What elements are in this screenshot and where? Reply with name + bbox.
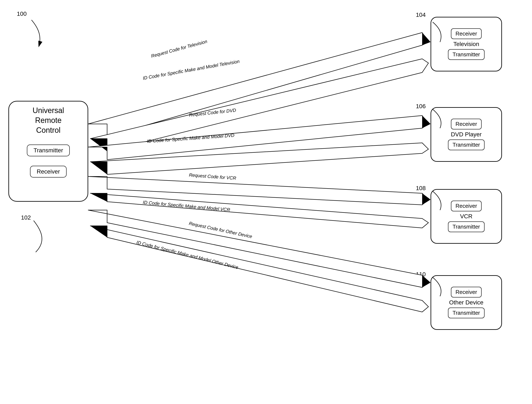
- svg-marker-14: [88, 210, 428, 287]
- tv-id-arrow: [90, 59, 428, 151]
- svg-marker-12: [90, 193, 428, 228]
- svg-marker-2: [88, 32, 428, 137]
- dvd-transmitter-box: Transmitter: [448, 140, 485, 150]
- tv-transmitter-box: Transmitter: [448, 49, 485, 60]
- svg-marker-16: [90, 226, 428, 312]
- svg-marker-7: [422, 115, 431, 128]
- dvd-request-label: Request Code for DVD: [189, 108, 236, 118]
- tv-receiver-box: Receiver: [451, 28, 482, 39]
- vcr-device-box: Receiver VCR Transmitter: [431, 189, 502, 244]
- svg-marker-8: [90, 143, 428, 174]
- dvd-request-arrow: [88, 115, 431, 160]
- vcr-receiver-box: Receiver: [451, 201, 482, 211]
- ref-104: 104: [416, 12, 426, 18]
- urc-box: Universal Remote Control Transmitter Rec…: [8, 101, 88, 202]
- dvd-label: DVD Player: [451, 131, 481, 138]
- tv-request-arrow: [88, 32, 431, 137]
- tv-device-box: Receiver Television Transmitter: [431, 17, 502, 71]
- svg-marker-6: [88, 115, 428, 160]
- tv-label: Television: [453, 41, 479, 47]
- vcr-request-arrow: [88, 176, 431, 205]
- other-id-label: ID Code for Specific Make and Model Othe…: [136, 239, 239, 270]
- other-label: Other Device: [449, 299, 483, 306]
- urc-transmitter-box: Transmitter: [27, 145, 70, 156]
- ref-110: 110: [416, 271, 426, 278]
- vcr-transmitter-box: Transmitter: [448, 221, 485, 232]
- tv-id-label: ID Code for Specific Make and Model Tele…: [142, 59, 240, 81]
- vcr-id-arrow: [90, 193, 428, 228]
- other-device-box: Receiver Other Device Transmitter: [431, 275, 502, 330]
- urc-receiver-box: Receiver: [30, 166, 67, 178]
- ref-102: 102: [21, 214, 31, 221]
- other-receiver-box: Receiver: [451, 287, 482, 297]
- ref-100: 100: [17, 11, 27, 17]
- dvd-device-box: Receiver DVD Player Transmitter: [431, 107, 502, 162]
- ref-106: 106: [416, 103, 426, 110]
- dvd-receiver-box: Receiver: [451, 119, 482, 129]
- svg-marker-9: [90, 162, 107, 174]
- tv-request-label: Request Code for Television: [151, 39, 208, 59]
- svg-marker-10: [88, 176, 428, 205]
- svg-marker-4: [90, 59, 428, 151]
- svg-marker-13: [90, 193, 107, 202]
- diagram: 100 102 104 106 108 110 Universal Remote…: [0, 0, 532, 404]
- other-transmitter-box: Transmitter: [448, 308, 485, 318]
- vcr-label: VCR: [460, 213, 472, 220]
- svg-marker-5: [90, 139, 107, 151]
- dvd-id-arrow: [90, 143, 428, 174]
- vcr-request-label: Request Code for VCR: [189, 172, 236, 181]
- other-request-label: Request Code for Other Device: [188, 221, 253, 239]
- other-id-arrow: [90, 226, 428, 312]
- vcr-id-label: ID Code for Specific Make and Model VCR: [143, 199, 230, 213]
- dvd-id-label: ID Code for Specific Make and Model DVD: [147, 133, 234, 144]
- svg-marker-3: [422, 32, 431, 45]
- other-request-arrow: [88, 210, 431, 287]
- svg-marker-17: [90, 226, 107, 237]
- ref-108: 108: [416, 185, 426, 192]
- urc-label: Universal Remote Control: [32, 106, 64, 135]
- svg-marker-11: [422, 193, 431, 205]
